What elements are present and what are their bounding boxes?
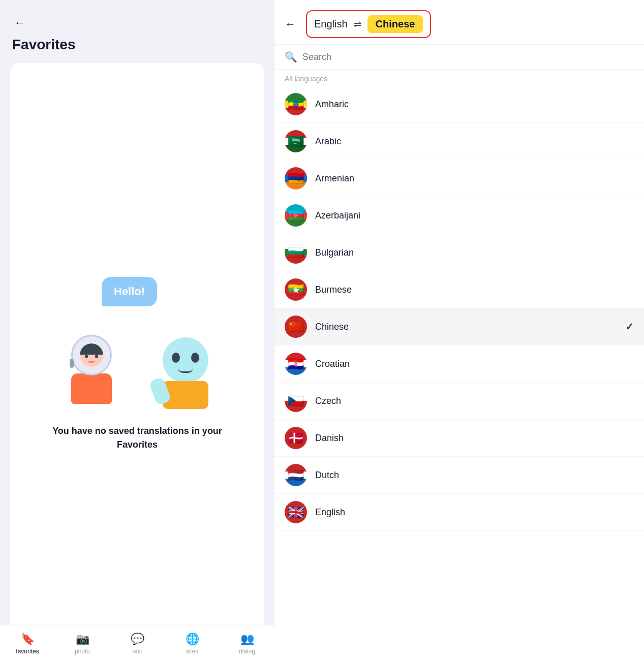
flag-croatian: 🇭🇷 [285, 353, 307, 375]
left-panel: ← Favorites Hello! [0, 0, 274, 660]
sites-label: sites [186, 648, 199, 655]
language-list: 🇪🇹Amharic🇸🇦Arabic🇦🇲Armenian🇦🇿Azerbaijani… [274, 86, 644, 660]
favorites-icon: 🔖 [21, 633, 35, 646]
back-button-right[interactable]: ← [285, 16, 300, 33]
alien-smile [178, 368, 193, 373]
lang-name-armenian: Armenian [315, 173, 634, 184]
page-title: Favorites [12, 37, 262, 53]
astronaut-mouth [88, 361, 95, 363]
flag-armenian: 🇦🇲 [285, 167, 307, 190]
language-to[interactable]: Chinese [367, 15, 423, 33]
lang-name-english: English [315, 507, 634, 518]
flag-bulgarian: 🇧🇬 [285, 241, 307, 264]
lang-name-burmese: Burmese [315, 285, 634, 295]
photo-label: photo [75, 648, 90, 655]
astronaut-eye-left [85, 355, 88, 358]
astronaut-face [80, 343, 103, 367]
lang-name-azerbaijani: Azerbaijani [315, 210, 634, 221]
lang-item-dutch[interactable]: 🇳🇱Dutch [274, 457, 644, 494]
astronaut-eye-right [95, 355, 98, 358]
search-bar: 🔍 [274, 45, 644, 70]
lang-item-chinese[interactable]: 🇨🇳Chinese✓ [274, 308, 644, 345]
flag-dutch: 🇳🇱 [285, 464, 307, 486]
language-from[interactable]: English [314, 18, 348, 30]
lang-item-english[interactable]: 🇬🇧English [274, 494, 644, 531]
flag-amharic: 🇪🇹 [285, 93, 307, 115]
left-header: ← Favorites [0, 0, 274, 59]
flag-english: 🇬🇧 [285, 501, 307, 523]
astronaut-figure [71, 335, 112, 404]
flag-chinese: 🇨🇳 [285, 316, 307, 338]
nav-item-photo[interactable]: 📷 photo [55, 631, 110, 657]
lang-item-burmese[interactable]: 🇲🇲Burmese [274, 271, 644, 308]
empty-favorites-text: You have no saved translations in yourFa… [52, 424, 222, 452]
lang-name-dutch: Dutch [315, 470, 634, 481]
swap-languages-icon[interactable]: ⇌ [354, 19, 361, 30]
lang-item-croatian[interactable]: 🇭🇷Croatian [274, 345, 644, 383]
lang-name-arabic: Arabic [315, 136, 634, 147]
lang-item-armenian[interactable]: 🇦🇲Armenian [274, 160, 644, 197]
lang-item-czech[interactable]: 🇨🇿Czech [274, 383, 644, 420]
lang-item-amharic[interactable]: 🇪🇹Amharic [274, 86, 644, 123]
lang-item-azerbaijani[interactable]: 🇦🇿Azerbaijani [274, 197, 644, 234]
lang-item-arabic[interactable]: 🇸🇦Arabic [274, 123, 644, 160]
astronaut-body [71, 373, 112, 404]
text-icon: 💬 [131, 633, 144, 646]
dialog-icon: 👥 [240, 633, 254, 646]
lang-name-bulgarian: Bulgarian [315, 247, 634, 258]
flag-burmese: 🇲🇲 [285, 278, 307, 301]
lang-item-bulgarian[interactable]: 🇧🇬Bulgarian [274, 234, 644, 271]
sites-icon: 🌐 [186, 633, 199, 646]
dialog-label: dialog [239, 648, 255, 655]
alien-figure [163, 337, 208, 409]
alien-eye-left [172, 353, 180, 363]
illustration: Hello! [61, 272, 213, 414]
lang-name-danish: Danish [315, 433, 634, 444]
flag-arabic: 🇸🇦 [285, 130, 307, 152]
favorites-label: favorites [16, 648, 39, 655]
favorites-card: Hello! [10, 63, 264, 660]
nav-item-sites[interactable]: 🌐 sites [165, 631, 220, 657]
lang-name-chinese: Chinese [315, 322, 617, 332]
alien-eye-right [191, 353, 199, 363]
astronaut-helmet [71, 335, 112, 375]
lang-item-danish[interactable]: 🇩🇰Danish [274, 420, 644, 457]
search-icon: 🔍 [285, 51, 297, 63]
lang-name-croatian: Croatian [315, 359, 634, 369]
nav-item-dialog[interactable]: 👥 dialog [220, 631, 274, 657]
nav-item-favorites[interactable]: 🔖 favorites [0, 631, 55, 657]
photo-icon: 📷 [76, 633, 89, 646]
nav-item-text[interactable]: 💬 text [110, 631, 165, 657]
hello-bubble: Hello! [102, 277, 157, 306]
flag-czech: 🇨🇿 [285, 390, 307, 412]
flag-azerbaijani: 🇦🇿 [285, 204, 307, 227]
astronaut-mic [70, 359, 74, 368]
astronaut-hair [80, 343, 103, 355]
flag-danish: 🇩🇰 [285, 427, 307, 449]
check-icon: ✓ [625, 321, 634, 333]
bottom-nav: 🔖 favorites 📷 photo 💬 text 🌐 sites 👥 dia… [0, 625, 274, 660]
back-button-left[interactable]: ← [12, 14, 27, 32]
language-selector[interactable]: English ⇌ Chinese [306, 10, 431, 38]
search-input[interactable] [302, 52, 634, 62]
alien-head [163, 337, 208, 383]
right-panel: ← English ⇌ Chinese 🔍 All languages 🇪🇹Am… [274, 0, 644, 660]
lang-name-amharic: Amharic [315, 99, 634, 110]
text-label: text [132, 648, 142, 655]
section-label: All languages [274, 70, 644, 86]
lang-name-czech: Czech [315, 396, 634, 406]
right-header: ← English ⇌ Chinese [274, 0, 644, 45]
